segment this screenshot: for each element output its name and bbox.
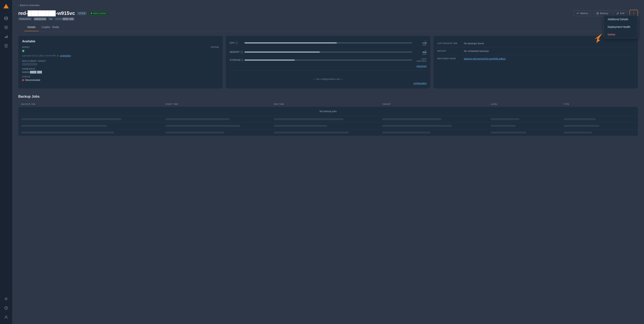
- sidebar-item-help[interactable]: ?: [2, 304, 10, 312]
- memory-limit-label: LIMIT: [422, 53, 426, 55]
- svg-rect-4: [6, 36, 6, 38]
- status-dot-red: [22, 79, 24, 81]
- deployment-target-value: [22, 63, 37, 66]
- sidebar-item-user[interactable]: [2, 313, 10, 321]
- cards-row: Available NODES STATUS Last seen Oct 13,…: [18, 36, 638, 88]
- dropdown-deployment-health[interactable]: Deployment Health: [604, 23, 638, 31]
- resources-link[interactable]: resources: [230, 65, 426, 68]
- subtitle: Deployed to ████████ on restore-████ ███: [18, 18, 638, 20]
- subtitle-on: on: [48, 18, 53, 20]
- svg-text:?: ?: [5, 307, 7, 309]
- storage-row: STORAGE i USED AVAILABLE: [230, 58, 426, 62]
- arrow-pointer-indicator: [591, 30, 602, 41]
- main-content: ‹ Back to Overview red-████████-w915vc v…: [12, 0, 644, 324]
- memory-info-icon[interactable]: i: [240, 51, 243, 53]
- cpu-bar-fill: [244, 42, 336, 44]
- dropdown-delete[interactable]: Delete: [604, 31, 638, 38]
- nodes-row: NODES STATUS: [22, 46, 219, 52]
- metrics-icon: [576, 12, 579, 15]
- edit-icon: [616, 12, 619, 15]
- latest-version-badge: latest version: [89, 11, 109, 16]
- back-label: Back to Overview: [20, 4, 40, 7]
- node-green-indicator: [22, 50, 24, 52]
- sidebar-item-upload[interactable]: [2, 24, 10, 31]
- status-disconnected-row: Disconnected: [22, 79, 219, 81]
- backup-jobs-section: Backup Jobs BACKUP JOB START TIME END TI…: [18, 95, 638, 136]
- skeleton-row-1: [18, 116, 638, 123]
- backup-scheduled-row: BACKUP No scheduled backups: [437, 47, 634, 55]
- col-start-time: START TIME: [166, 103, 272, 105]
- svg-rect-3: [5, 37, 5, 38]
- metrics-button[interactable]: Metrics: [574, 10, 591, 16]
- memory-row: MEMORY i — 4GB LIMIT: [230, 49, 426, 55]
- svg-rect-5: [7, 36, 8, 38]
- storage-values: USED AVAILABLE: [417, 58, 426, 62]
- storage-bar-bg: [244, 60, 412, 61]
- title-left: red-████████-w915vc v7.0.9 latest versio…: [18, 10, 109, 16]
- no-config-text: — No configurations set —: [230, 78, 426, 80]
- storage-bar-fill: [244, 60, 295, 61]
- svg-point-10: [6, 298, 7, 299]
- back-to-overview-link[interactable]: ‹ Back to Overview: [18, 4, 638, 7]
- connection-link[interactable]: connection: [60, 54, 71, 57]
- skel-1-2: [166, 118, 230, 120]
- skel-2-1: [21, 125, 107, 127]
- configuration-link[interactable]: configuration: [230, 82, 426, 85]
- cpu-info-icon[interactable]: i: [235, 42, 238, 44]
- skel-3-4: [382, 132, 430, 133]
- skel-2-5: [491, 125, 516, 127]
- col-level: LEVEL: [491, 103, 562, 105]
- deployment-target-label: DEPLOYMENT TARGET: [22, 60, 219, 62]
- more-icon: ⋮: [632, 12, 635, 15]
- col-target: TARGET: [382, 103, 489, 105]
- cpu-values: — 2.00 LIMIT: [417, 40, 426, 46]
- sidebar-item-database[interactable]: [2, 15, 10, 22]
- storage-bar-wrap: [244, 60, 412, 61]
- skeleton-row-2: [18, 123, 638, 129]
- latest-label: latest version: [93, 12, 106, 15]
- more-options-dropdown: Additional Details Deployment Health Del…: [604, 15, 638, 39]
- backup-jobs-title: Backup Jobs: [18, 95, 638, 99]
- skel-2-4: [382, 125, 452, 127]
- svg-point-13: [5, 316, 7, 317]
- skel-1-5: [491, 118, 519, 120]
- restored-from-label: RESTORED FROM: [437, 57, 464, 60]
- edit-label: Edit: [620, 12, 624, 15]
- svg-point-1: [4, 17, 8, 18]
- storage-info-icon[interactable]: i: [242, 59, 243, 61]
- restored-from-link[interactable]: backup-red-qa-bvzh2s-am4x56-adhoc: [464, 57, 506, 60]
- subtitle-prefix: Deployed to: [18, 18, 32, 20]
- status-disconnected-label: Disconnected: [25, 79, 40, 81]
- backup-label: BACKUP: [437, 50, 464, 52]
- sidebar-item-analytics[interactable]: [2, 33, 10, 40]
- skel-2-3: [274, 125, 328, 127]
- backup-info-card: LAST BACKUP JOB No backups found BACKUP …: [434, 36, 638, 88]
- app-logo[interactable]: [3, 3, 10, 10]
- sidebar: ?: [0, 0, 12, 324]
- backup-value: No scheduled backups: [464, 50, 489, 52]
- skel-1-4: [382, 118, 441, 120]
- skel-3-5: [491, 132, 526, 133]
- skel-1-3: [274, 118, 344, 120]
- sidebar-item-document[interactable]: [2, 42, 10, 50]
- no-backup-jobs-row: No backup jobs: [18, 107, 638, 116]
- tab-copilot[interactable]: Copilot - Redis: [39, 23, 62, 31]
- back-chevron-icon: ‹: [18, 4, 19, 7]
- title-row: red-████████-w915vc v7.0.9 latest versio…: [18, 10, 638, 17]
- metrics-label: Metrics: [580, 12, 588, 15]
- memory-values: — 4GB LIMIT: [417, 49, 426, 55]
- sidebar-item-settings[interactable]: [2, 295, 10, 303]
- skel-2-2: [166, 125, 240, 127]
- skeleton-row-3: [18, 129, 638, 136]
- memory-label: MEMORY i: [230, 51, 243, 53]
- backup-label: Backup: [600, 12, 608, 15]
- col-backup-job: BACKUP JOB: [21, 103, 164, 105]
- table-header: BACKUP JOB START TIME END TIME TARGET LE…: [18, 102, 638, 107]
- skel-3-1: [21, 132, 114, 133]
- available-label: AVAILABLE: [416, 60, 426, 62]
- tab-details[interactable]: Details: [24, 23, 39, 31]
- dropdown-additional-details[interactable]: Additional Details: [604, 16, 638, 23]
- last-seen-text: Last seen Oct 13, 2023, 9:43:44 AM: [22, 55, 56, 57]
- last-backup-job-label: LAST BACKUP JOB: [437, 42, 464, 45]
- header: ‹ Back to Overview red-████████-w915vc v…: [12, 0, 644, 31]
